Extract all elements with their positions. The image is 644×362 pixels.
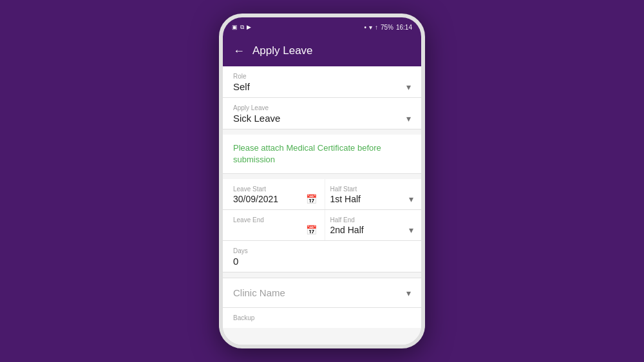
role-value: Self <box>233 81 250 92</box>
back-button[interactable]: ← <box>233 44 245 58</box>
status-right-icons: • ▾ ↑ 75% 16:14 <box>364 24 412 31</box>
phone-frame: ▣ ⧉ ▶ • ▾ ↑ 75% 16:14 ← Apply Leave Role… <box>219 14 425 348</box>
apply-leave-label: Apply Leave <box>233 104 411 111</box>
apply-leave-value-row: Sick Leave ▾ <box>233 113 411 124</box>
leave-start-value: 30/09/2021 <box>233 194 278 204</box>
half-end-value-row: 2nd Half ▾ <box>330 225 414 235</box>
apply-leave-dropdown-arrow[interactable]: ▾ <box>406 113 411 124</box>
days-value: 0 <box>233 256 411 267</box>
role-value-row: Self ▾ <box>233 81 411 92</box>
app-header: ← Apply Leave <box>223 35 421 66</box>
role-dropdown-arrow[interactable]: ▾ <box>406 82 411 92</box>
role-section: Role Self ▾ Apply Leave Sick Leave ▾ <box>223 66 421 129</box>
leave-end-field[interactable]: Leave End 📅 <box>223 210 325 240</box>
clinic-section: Clinic Name ▾ Backup <box>223 278 421 328</box>
page-title: Apply Leave <box>252 44 313 57</box>
time-display: 16:14 <box>396 24 412 31</box>
status-left-icons: ▣ ⧉ ▶ <box>232 24 251 31</box>
half-start-dropdown-arrow[interactable]: ▾ <box>409 194 413 204</box>
alert-section: Please attach Medical Certificate before… <box>223 135 421 174</box>
calendar-start-icon[interactable]: 📅 <box>306 194 317 204</box>
clinic-name-placeholder: Clinic Name <box>233 287 285 298</box>
half-end-label: Half End <box>330 216 414 224</box>
form-content: Role Self ▾ Apply Leave Sick Leave ▾ Ple… <box>223 66 421 345</box>
leave-end-row: Leave End 📅 Half End 2nd Half ▾ <box>223 210 421 241</box>
half-start-label: Half Start <box>330 186 414 193</box>
copy-icon: ⧉ <box>240 24 244 31</box>
screen-icon: ▣ <box>232 24 238 30</box>
half-end-field[interactable]: Half End 2nd Half ▾ <box>325 210 422 240</box>
date-section: Leave Start 30/09/2021 📅 Half Start 1st … <box>223 179 421 272</box>
clinic-dropdown-arrow[interactable]: ▾ <box>406 288 411 298</box>
half-end-value: 2nd Half <box>330 225 364 235</box>
backup-field[interactable]: Backup <box>223 308 421 328</box>
days-field: Days 0 <box>223 241 421 272</box>
camera-icon: ▶ <box>247 24 251 30</box>
wifi-icon: ▾ <box>369 24 372 31</box>
leave-end-label: Leave End <box>233 216 317 224</box>
signal-icon: ↑ <box>375 24 378 31</box>
role-label: Role <box>233 73 411 80</box>
clinic-name-field[interactable]: Clinic Name ▾ <box>223 278 421 308</box>
half-start-value-row: 1st Half ▾ <box>330 194 414 204</box>
half-start-value: 1st Half <box>330 194 361 204</box>
leave-start-value-row: 30/09/2021 📅 <box>233 194 317 204</box>
dot-icon: • <box>364 24 366 31</box>
leave-start-row: Leave Start 30/09/2021 📅 Half Start 1st … <box>223 179 421 210</box>
leave-start-label: Leave Start <box>233 186 317 193</box>
alert-text: Please attach Medical Certificate before… <box>233 142 411 166</box>
leave-end-value-row: 📅 <box>233 225 317 235</box>
role-field[interactable]: Role Self ▾ <box>223 66 421 98</box>
status-bar: ▣ ⧉ ▶ • ▾ ↑ 75% 16:14 <box>223 17 421 35</box>
apply-leave-value: Sick Leave <box>233 113 280 124</box>
battery-level: 75% <box>381 24 393 31</box>
half-end-dropdown-arrow[interactable]: ▾ <box>409 225 413 235</box>
apply-leave-field[interactable]: Apply Leave Sick Leave ▾ <box>223 98 421 129</box>
half-start-field[interactable]: Half Start 1st Half ▾ <box>325 179 422 209</box>
days-label: Days <box>233 247 411 254</box>
leave-start-field[interactable]: Leave Start 30/09/2021 📅 <box>223 179 325 209</box>
backup-label: Backup <box>233 314 411 321</box>
calendar-end-icon[interactable]: 📅 <box>306 225 317 235</box>
